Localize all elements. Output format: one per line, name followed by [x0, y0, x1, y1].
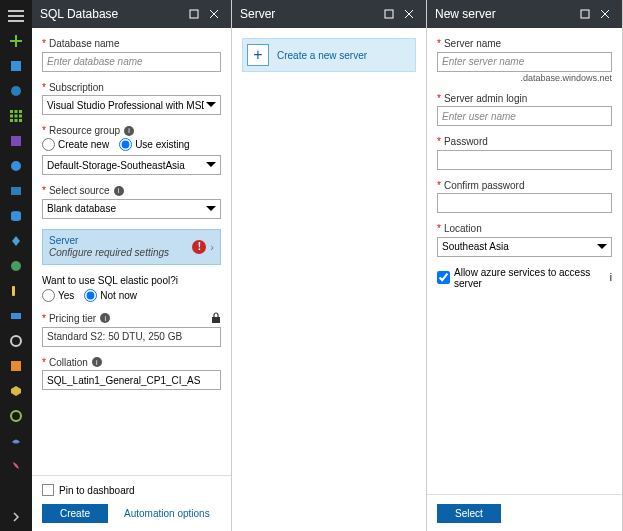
admin-login-input[interactable]: [437, 106, 612, 126]
dbname-label: Database name: [49, 38, 120, 49]
server-configure-button[interactable]: Server Configure required settings ! ›: [42, 229, 221, 265]
nav-item-icon[interactable]: [0, 328, 32, 353]
server-name-input[interactable]: [437, 52, 612, 72]
svg-point-17: [11, 261, 21, 271]
nav-item-icon[interactable]: [0, 378, 32, 403]
svg-rect-2: [10, 110, 13, 113]
svg-rect-10: [19, 119, 22, 122]
nav-item-icon[interactable]: [0, 178, 32, 203]
svg-point-12: [11, 161, 21, 171]
automation-options-link[interactable]: Automation options: [124, 508, 210, 519]
lock-icon: [211, 312, 221, 325]
confirm-password-input[interactable]: [437, 193, 612, 213]
nav-item-icon[interactable]: [0, 303, 32, 328]
new-icon[interactable]: [0, 28, 32, 53]
tier-label: Pricing tier: [49, 313, 96, 324]
src-label: Select source: [49, 185, 110, 196]
new-server-panel: New server *Server name .database.window…: [427, 0, 623, 531]
subscription-select[interactable]: Visual Studio Professional with MSDN: [42, 95, 221, 115]
server-panel: Server + Create a new server: [232, 0, 427, 531]
info-icon[interactable]: i: [92, 357, 102, 367]
svg-rect-25: [385, 10, 393, 18]
pin-to-dashboard-checkbox[interactable]: Pin to dashboard: [42, 484, 221, 496]
panel-title: Server: [240, 7, 378, 21]
password-input[interactable]: [437, 150, 612, 170]
plus-icon: +: [247, 44, 269, 66]
elastic-notnow-radio[interactable]: Not now: [84, 289, 137, 302]
confirm-password-label: Confirm password: [444, 180, 525, 191]
svg-rect-8: [10, 119, 13, 122]
svg-rect-13: [11, 187, 21, 195]
expand-sidebar-icon[interactable]: [0, 503, 32, 531]
location-select[interactable]: Southeast Asia: [437, 237, 612, 257]
info-icon[interactable]: i: [114, 186, 124, 196]
password-label: Password: [444, 136, 488, 147]
elastic-pool-label: Want to use SQL elastic pool?: [42, 275, 176, 286]
info-icon[interactable]: i: [100, 313, 110, 323]
nav-item-icon[interactable]: [0, 78, 32, 103]
elastic-yes-radio[interactable]: Yes: [42, 289, 74, 302]
nav-item-icon[interactable]: [0, 128, 32, 153]
close-icon[interactable]: [205, 5, 223, 23]
server-name-label: Server name: [444, 38, 501, 49]
nav-item-icon[interactable]: [0, 253, 32, 278]
collation-label: Collation: [49, 357, 88, 368]
database-name-input[interactable]: [42, 52, 221, 72]
svg-rect-9: [15, 119, 18, 122]
close-icon[interactable]: [400, 5, 418, 23]
svg-rect-6: [15, 114, 18, 117]
resource-group-select[interactable]: Default-Storage-SoutheastAsia: [42, 155, 221, 175]
nav-item-icon[interactable]: [0, 228, 32, 253]
svg-rect-24: [212, 317, 220, 323]
rg-create-new-radio[interactable]: Create new: [42, 138, 109, 151]
svg-rect-18: [12, 286, 15, 296]
create-button[interactable]: Create: [42, 504, 108, 523]
svg-rect-4: [19, 110, 22, 113]
maximize-icon[interactable]: [576, 5, 594, 23]
svg-rect-11: [11, 136, 21, 146]
close-icon[interactable]: [596, 5, 614, 23]
svg-rect-23: [190, 10, 198, 18]
nav-item-icon[interactable]: [0, 428, 32, 453]
nav-item-icon[interactable]: [0, 403, 32, 428]
nav-item-icon[interactable]: [0, 53, 32, 78]
info-icon[interactable]: i: [124, 126, 134, 136]
nav-item-icon[interactable]: [0, 153, 32, 178]
svg-point-22: [11, 411, 21, 421]
subscription-label: Subscription: [49, 82, 104, 93]
pricing-tier-value[interactable]: Standard S2: 50 DTU, 250 GB: [42, 327, 221, 347]
svg-point-20: [11, 336, 21, 346]
info-icon[interactable]: i: [176, 275, 178, 286]
nav-item-icon[interactable]: [0, 278, 32, 303]
location-label: Location: [444, 223, 482, 234]
panel-title: New server: [435, 7, 574, 21]
hamburger-menu-icon[interactable]: [0, 4, 32, 28]
left-nav-sidebar: [0, 0, 32, 531]
select-source-select[interactable]: Blank database: [42, 199, 221, 219]
rg-label: Resource group: [49, 125, 120, 136]
maximize-icon[interactable]: [185, 5, 203, 23]
svg-point-16: [11, 217, 21, 221]
sql-database-panel: SQL Database *Database name *Subscriptio…: [32, 0, 232, 531]
rg-use-existing-radio[interactable]: Use existing: [119, 138, 189, 151]
nav-item-icon[interactable]: [0, 353, 32, 378]
nav-item-icon[interactable]: [0, 103, 32, 128]
nav-item-icon[interactable]: [0, 453, 32, 478]
server-name-suffix: .database.windows.net: [437, 73, 612, 83]
create-new-server-button[interactable]: + Create a new server: [242, 38, 416, 72]
allow-azure-services-checkbox[interactable]: Allow azure services to access serveri: [437, 267, 612, 289]
nav-item-icon[interactable]: [0, 203, 32, 228]
svg-rect-7: [19, 114, 22, 117]
svg-rect-21: [11, 361, 21, 371]
collation-input[interactable]: [42, 370, 221, 390]
admin-login-label: Server admin login: [444, 93, 527, 104]
svg-rect-3: [15, 110, 18, 113]
error-icon: !: [192, 240, 206, 254]
svg-rect-26: [581, 10, 589, 18]
svg-rect-5: [10, 114, 13, 117]
svg-rect-0: [11, 61, 21, 71]
select-button[interactable]: Select: [437, 504, 501, 523]
svg-rect-19: [11, 313, 21, 319]
info-icon[interactable]: i: [610, 272, 612, 283]
maximize-icon[interactable]: [380, 5, 398, 23]
